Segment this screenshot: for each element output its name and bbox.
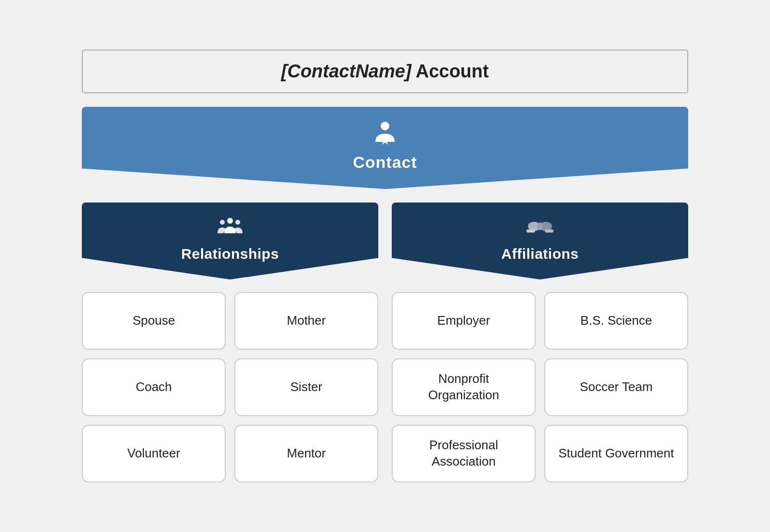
svg-rect-14 xyxy=(526,229,535,232)
svg-rect-11 xyxy=(549,223,552,228)
diagram-container: [ContactName] Account Contact xyxy=(67,35,703,497)
svg-point-3 xyxy=(220,220,225,225)
handshake-icon xyxy=(526,214,553,241)
affiliation-card-label-4: Professional Association xyxy=(401,437,526,470)
svg-rect-10 xyxy=(533,222,536,228)
affiliation-card-label-2: Nonprofit Organization xyxy=(401,371,526,404)
svg-point-7 xyxy=(537,223,543,230)
svg-point-4 xyxy=(235,220,240,225)
affiliation-card-label-3: Soccer Team xyxy=(580,379,653,395)
contact-label: Contact xyxy=(101,153,669,172)
relationship-card-label-0: Spouse xyxy=(132,313,175,329)
relationship-card-label-5: Mentor xyxy=(287,445,326,462)
svg-rect-13 xyxy=(545,222,547,228)
relationship-card-label-4: Volunteer xyxy=(128,445,180,462)
affiliation-card-label-5: Student Government xyxy=(559,445,674,462)
relationship-card-label-1: Mother xyxy=(287,313,326,329)
affiliation-card-1[interactable]: B.S. Science xyxy=(544,292,688,350)
relationships-banner: Relationships xyxy=(82,203,378,279)
relationship-card-3[interactable]: Sister xyxy=(234,358,378,416)
relationship-card-1[interactable]: Mother xyxy=(234,292,378,350)
svg-point-0 xyxy=(381,122,389,130)
affiliations-icon xyxy=(401,214,679,241)
svg-rect-8 xyxy=(528,223,531,228)
affiliation-card-3[interactable]: Soccer Team xyxy=(544,358,688,416)
account-header: [ContactName] Account xyxy=(82,50,688,93)
svg-rect-9 xyxy=(531,222,533,228)
relationships-label: Relationships xyxy=(91,246,369,262)
affiliation-card-2[interactable]: Nonprofit Organization xyxy=(392,358,536,416)
affiliation-card-label-0: Employer xyxy=(437,313,490,329)
sections-row: Relationships SpouseMotherCoachSisterVol… xyxy=(82,203,688,482)
relationship-card-0[interactable]: Spouse xyxy=(82,292,226,350)
affiliations-section: Affiliations EmployerB.S. ScienceNonprof… xyxy=(392,203,688,482)
svg-rect-12 xyxy=(547,222,549,228)
affiliation-card-5[interactable]: Student Government xyxy=(544,425,688,482)
relationships-icon xyxy=(91,214,369,241)
relationships-section: Relationships SpouseMotherCoachSisterVol… xyxy=(82,203,378,482)
relationship-card-2[interactable]: Coach xyxy=(82,358,226,416)
account-title: [ContactName] Account xyxy=(281,61,488,81)
affiliations-banner: Affiliations xyxy=(392,203,688,279)
relationship-card-label-2: Coach xyxy=(136,379,172,395)
people-group-icon xyxy=(217,214,244,241)
affiliation-card-label-1: B.S. Science xyxy=(580,313,652,329)
contact-banner: Contact xyxy=(82,107,688,189)
relationship-card-label-3: Sister xyxy=(290,379,322,395)
affiliation-card-0[interactable]: Employer xyxy=(392,292,536,350)
affiliations-cards: EmployerB.S. ScienceNonprofit Organizati… xyxy=(392,292,688,482)
affiliations-label: Affiliations xyxy=(401,246,679,262)
relationships-cards: SpouseMotherCoachSisterVolunteerMentor xyxy=(82,292,378,482)
svg-point-2 xyxy=(227,218,233,224)
svg-rect-15 xyxy=(545,229,553,232)
contact-person-icon xyxy=(371,120,399,149)
affiliation-card-4[interactable]: Professional Association xyxy=(392,425,536,482)
contact-icon xyxy=(101,120,669,153)
relationship-card-4[interactable]: Volunteer xyxy=(82,425,226,482)
relationship-card-5[interactable]: Mentor xyxy=(234,425,378,482)
